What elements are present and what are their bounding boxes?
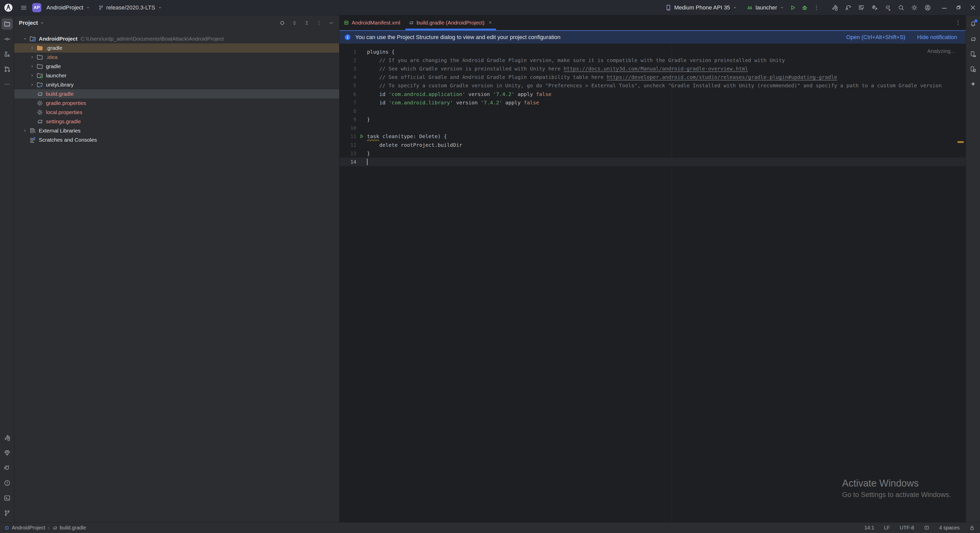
project-options-button[interactable] bbox=[314, 18, 324, 28]
window-restore-button[interactable] bbox=[951, 0, 966, 15]
project-selector[interactable]: AndroidProject bbox=[44, 2, 93, 13]
problems-tool-button[interactable] bbox=[2, 477, 13, 488]
tree-item-idea[interactable]: .idea bbox=[14, 53, 339, 62]
hide-project-panel-button[interactable] bbox=[326, 18, 336, 28]
run-gutter-icon[interactable] bbox=[356, 134, 367, 139]
code-line-6[interactable]: 6 id 'com.android.application' version '… bbox=[339, 90, 966, 98]
caret-position-widget[interactable]: 14:1 bbox=[864, 525, 874, 531]
collapse-all-button[interactable] bbox=[302, 18, 312, 28]
logcat-tool-button[interactable] bbox=[2, 462, 13, 474]
indent-widget[interactable]: 4 spaces bbox=[939, 525, 959, 531]
commit-tool-button[interactable] bbox=[2, 33, 13, 45]
gradle-tool-button[interactable] bbox=[967, 33, 979, 45]
code-lines: 1plugins {2 // If you are changing the A… bbox=[339, 48, 966, 166]
tab-androidmanifest-xml[interactable]: AndroidManifest.xml bbox=[339, 15, 404, 30]
code-line-2[interactable]: 2 // If you are changing the Android Gra… bbox=[339, 56, 966, 64]
tree-item-build-gradle[interactable]: build.gradle bbox=[14, 89, 339, 99]
apply-code-changes-button[interactable] bbox=[856, 2, 867, 14]
tree-item-gradle[interactable]: gradle bbox=[14, 62, 339, 71]
inspections-widget[interactable] bbox=[924, 525, 929, 531]
code-line-5[interactable]: 5 // To specify a custom Gradle version … bbox=[339, 81, 966, 90]
code-line-14[interactable]: 14 bbox=[339, 158, 966, 166]
more-run-actions-button[interactable] bbox=[811, 2, 822, 14]
build-button[interactable] bbox=[829, 2, 841, 14]
build-tool-button[interactable] bbox=[2, 432, 13, 443]
code-line-9[interactable]: 9} bbox=[339, 115, 966, 124]
breadcrumb-module[interactable]: AndroidProject bbox=[12, 525, 45, 531]
tree-item-launcher[interactable]: launcher bbox=[14, 71, 339, 80]
code-line-13[interactable]: 13} bbox=[339, 149, 966, 158]
running-devices-tool-button[interactable] bbox=[967, 64, 979, 75]
window-minimize-button[interactable] bbox=[937, 0, 951, 15]
device-manager-tool-button[interactable] bbox=[967, 48, 979, 60]
chevron-right-icon[interactable] bbox=[28, 73, 36, 78]
code-line-12[interactable]: 12 delete rootProject.buildDir bbox=[339, 141, 966, 149]
banner-open-link[interactable]: Open (Ctrl+Alt+Shift+S) bbox=[846, 34, 905, 41]
tab-build-gradle[interactable]: build.gradle (AndroidProject) bbox=[404, 15, 497, 30]
chevron-down-icon[interactable] bbox=[21, 36, 29, 41]
expand-all-button[interactable] bbox=[290, 18, 299, 28]
code-line-3[interactable]: 3 // See which Gradle version is preinst… bbox=[339, 64, 966, 73]
search-everywhere-button[interactable] bbox=[895, 2, 907, 14]
chevron-right-icon[interactable] bbox=[28, 55, 36, 60]
tree-item-androidproject[interactable]: AndroidProjectC:\Users\urdp_admin\Docume… bbox=[14, 34, 339, 43]
kebab-icon bbox=[813, 4, 820, 11]
resource-manager-tool-button[interactable] bbox=[2, 48, 13, 60]
gradle-sync-button[interactable] bbox=[882, 2, 894, 14]
code-line-1[interactable]: 1plugins { bbox=[339, 48, 966, 56]
apply-changes-button[interactable] bbox=[842, 2, 854, 14]
debug-button[interactable] bbox=[799, 2, 811, 14]
code-editor[interactable]: Analyzing... 1plugins {2 // If you are c… bbox=[339, 44, 966, 522]
code-text: delete rootProject.buildDir bbox=[367, 142, 966, 148]
code-line-10[interactable]: 10 bbox=[339, 124, 966, 132]
more-tool-windows-button[interactable] bbox=[2, 79, 13, 90]
notifications-button[interactable] bbox=[967, 18, 979, 30]
readonly-toggle[interactable] bbox=[969, 525, 975, 531]
tab-close-button[interactable] bbox=[488, 20, 493, 25]
tree-item-label: unityLibrary bbox=[46, 82, 74, 88]
tree-item-gradle-properties[interactable]: gradle.properties bbox=[14, 99, 339, 108]
tree-item-unitylibrary[interactable]: unityLibrary bbox=[14, 80, 339, 89]
select-opened-file-button[interactable] bbox=[277, 18, 287, 28]
chevron-right-icon[interactable] bbox=[21, 128, 29, 133]
chevron-right-icon[interactable] bbox=[28, 82, 36, 87]
code-line-11[interactable]: 11task clean(type: Delete) { bbox=[339, 132, 966, 141]
tree-item-scratches-and-consoles[interactable]: Scratches and Consoles bbox=[14, 135, 339, 145]
project-panel-title[interactable]: Project bbox=[19, 20, 38, 26]
module-icon bbox=[4, 525, 10, 531]
tab-options-button[interactable] bbox=[955, 15, 966, 30]
code-line-7[interactable]: 7 id 'com.android.library' version '7.4.… bbox=[339, 98, 966, 107]
settings-button[interactable] bbox=[908, 2, 920, 14]
tree-item-settings-gradle[interactable]: settings.gradle bbox=[14, 117, 339, 126]
device-selector[interactable]: Medium Phone API 35 bbox=[662, 2, 740, 13]
branch-selector[interactable]: release/2020.3-LTS bbox=[96, 2, 165, 13]
run-button[interactable] bbox=[787, 2, 799, 14]
attach-debugger-button[interactable] bbox=[869, 2, 880, 14]
version-control-tool-button[interactable] bbox=[2, 508, 13, 519]
chevron-right-icon[interactable] bbox=[28, 64, 36, 69]
folderUnity-icon bbox=[36, 81, 43, 88]
account-button[interactable] bbox=[922, 2, 934, 14]
run-configuration-selector[interactable]: launcher bbox=[744, 2, 787, 13]
breadcrumb-file[interactable]: build.gradle bbox=[60, 525, 86, 531]
code-line-8[interactable]: 8 bbox=[339, 107, 966, 115]
tree-item-gradle[interactable]: .gradle bbox=[14, 43, 339, 53]
main-menu-button[interactable] bbox=[18, 2, 30, 14]
terminal-tool-button[interactable] bbox=[2, 492, 13, 504]
code-line-4[interactable]: 4 // See official Gradle and Android Gra… bbox=[339, 73, 966, 81]
gradle-icon bbox=[36, 118, 43, 125]
line-ending-widget[interactable]: LF bbox=[884, 525, 890, 531]
chevron-right-icon[interactable] bbox=[28, 45, 36, 51]
editor-tab-bar: AndroidManifest.xml build.gradle (Androi… bbox=[339, 15, 966, 30]
tree-item-external-libraries[interactable]: External Libraries bbox=[14, 126, 339, 135]
chevron-down-icon bbox=[732, 5, 738, 10]
window-close-button[interactable] bbox=[966, 0, 980, 15]
encoding-widget[interactable]: UTF-8 bbox=[900, 525, 914, 531]
gemini-tool-button[interactable] bbox=[967, 79, 979, 90]
pull-requests-tool-button[interactable] bbox=[2, 64, 13, 75]
tree-item-local-properties[interactable]: local.properties bbox=[14, 108, 339, 117]
app-quality-insights-tool-button[interactable] bbox=[2, 447, 13, 458]
banner-hide-link[interactable]: Hide notification bbox=[917, 34, 957, 41]
line-number: 1 bbox=[339, 49, 356, 55]
project-tool-button[interactable] bbox=[2, 18, 13, 30]
